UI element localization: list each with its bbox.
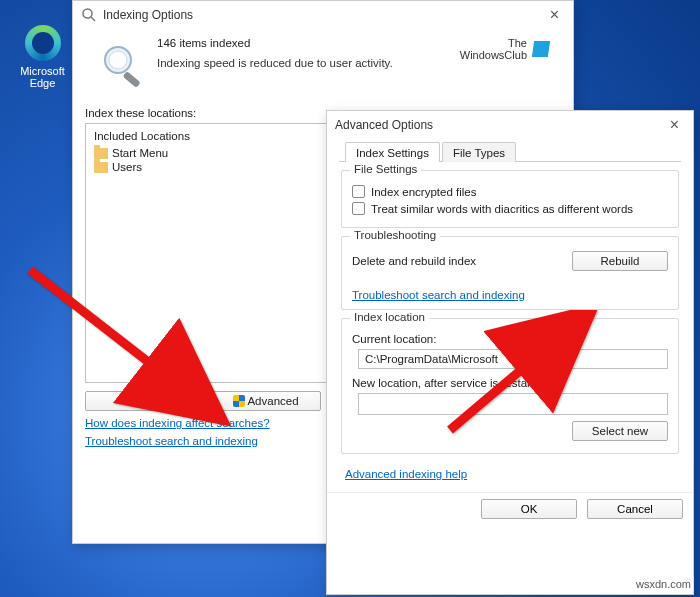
new-location-input[interactable] [358,393,668,415]
svg-line-1 [91,17,95,21]
search-icon [81,7,97,23]
advanced-button[interactable]: Advanced [211,391,321,411]
magnifier-icon [97,41,147,91]
ok-button[interactable]: OK [481,499,577,519]
shield-icon [233,395,245,407]
select-new-button[interactable]: Select new [572,421,668,441]
link-how-indexing-affects[interactable]: How does indexing affect searches? [85,417,270,429]
titlebar-indexing: Indexing Options × [73,1,573,29]
desktop-icon-label: Microsoft Edge [15,65,70,89]
edge-icon [25,25,61,61]
group-file-settings: File Settings Index encrypted files Trea… [341,170,679,228]
link-troubleshoot-indexing[interactable]: Troubleshoot search and indexing [85,435,258,447]
checkbox-label: Index encrypted files [371,186,476,198]
folder-icon [94,162,108,173]
svg-rect-4 [123,71,141,88]
window-advanced-options: Advanced Options × Index Settings File T… [326,110,694,595]
desktop-icon-edge[interactable]: Microsoft Edge [15,25,70,89]
group-troubleshooting: Troubleshooting Delete and rebuild index… [341,236,679,310]
items-indexed-count: 146 items indexed [157,37,393,49]
current-location-label: Current location: [352,333,436,345]
window-title: Indexing Options [103,8,193,22]
new-location-label: New location, after service is restarted… [352,377,550,389]
current-location-value: C:\ProgramData\Microsoft [358,349,668,369]
logo-square-icon [532,41,550,57]
watermark: wsxdn.com [633,577,694,591]
checkbox-diacritics[interactable] [352,202,365,215]
tab-index-settings[interactable]: Index Settings [345,142,440,162]
window-title: Advanced Options [335,118,433,132]
rebuild-button[interactable]: Rebuild [572,251,668,271]
svg-point-3 [109,51,127,69]
tab-file-types[interactable]: File Types [442,142,516,162]
group-index-location: Index location Current location: C:\Prog… [341,318,679,454]
windowsclub-logo: The WindowsClub [460,37,555,61]
svg-point-0 [83,9,92,18]
close-icon[interactable]: × [664,114,685,136]
titlebar-advanced: Advanced Options × [327,111,693,139]
checkbox-label: Treat similar words with diacritics as d… [371,203,633,215]
close-icon[interactable]: × [544,4,565,26]
indexing-note: Indexing speed is reduced due to user ac… [157,57,393,69]
checkbox-index-encrypted[interactable] [352,185,365,198]
cancel-button[interactable]: Cancel [587,499,683,519]
link-advanced-indexing-help[interactable]: Advanced indexing help [345,468,467,480]
folder-icon [94,148,108,159]
rebuild-label: Delete and rebuild index [352,255,476,267]
modify-button[interactable]: Modify [85,391,195,411]
link-troubleshoot-search[interactable]: Troubleshoot search and indexing [352,289,525,301]
